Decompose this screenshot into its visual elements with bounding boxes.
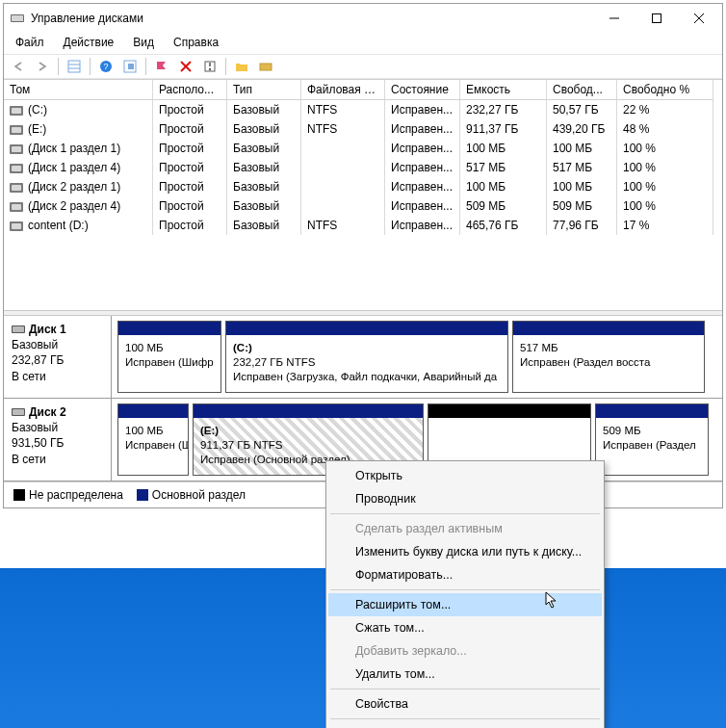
window-title: Управление дисками [31,12,593,25]
svg-rect-3 [653,14,661,23]
svg-rect-18 [260,64,272,70]
partition[interactable]: (C:)232,27 ГБ NTFSИсправен (Загрузка, Фа… [225,321,508,393]
table-row[interactable]: (E:)ПростойБазовыйNTFSИсправен...911,37 … [4,119,722,139]
col-type[interactable]: Тип [227,80,301,100]
maximize-button[interactable] [635,4,678,33]
action-flag-icon[interactable] [151,56,172,77]
ctx-extend-volume[interactable]: Расширить том... [328,593,602,616]
refresh-icon[interactable] [119,56,141,77]
menu-view[interactable]: Вид [131,35,156,50]
mouse-cursor-icon [545,591,558,609]
svg-text:?: ? [103,62,108,71]
column-headers: Том Располо... Тип Файловая с... Состоян… [4,79,722,100]
folder-icon[interactable] [231,56,252,77]
ctx-add-mirror: Добавить зеркало... [328,639,602,663]
svg-rect-12 [128,64,134,69]
menu-help[interactable]: Справка [171,35,220,50]
back-button[interactable] [8,56,29,77]
disk-icon [12,408,25,416]
table-row[interactable]: (Диск 1 раздел 1)ПростойБазовыйИсправен.… [4,139,722,158]
disk-icon [12,325,25,333]
app-icon [10,11,25,26]
toolbar: ? [4,54,722,79]
ctx-help[interactable]: Справка [328,722,602,728]
partition[interactable]: 509 МБИсправен (Раздел [595,403,709,476]
col-layout[interactable]: Располо... [153,80,227,100]
ctx-explorer[interactable]: Проводник [328,487,602,510]
menubar: Файл Действие Вид Справка [4,33,722,54]
ctx-make-active: Сделать раздел активным [328,517,602,540]
table-row[interactable]: content (D:)ПростойБазовыйNTFSИсправен..… [4,216,722,235]
table-row[interactable]: (C:)ПростойБазовыйNTFSИсправен...232,27 … [4,100,722,119]
properties-icon[interactable] [199,56,220,77]
col-pct[interactable]: Свободно % [617,80,713,100]
help-icon[interactable]: ? [95,56,117,77]
disk-1-label[interactable]: Диск 1 Базовый 232,87 ГБ В сети [4,316,112,398]
col-volume[interactable]: Том [4,80,153,100]
legend-primary: Основной раздел [137,488,246,502]
ctx-format[interactable]: Форматировать... [328,563,602,586]
view-list-icon[interactable] [64,56,85,77]
partition[interactable]: 100 МБИсправен (Ш [117,403,189,476]
col-state[interactable]: Состояние [385,80,460,100]
ctx-delete-volume[interactable]: Удалить том... [328,663,602,686]
close-button[interactable] [678,4,720,33]
titlebar[interactable]: Управление дисками [4,4,722,33]
disk-icon[interactable] [255,56,276,77]
disk-management-window: Управление дисками Файл Действие Вид Спр… [3,3,723,508]
ctx-change-letter[interactable]: Изменить букву диска или путь к диску... [328,540,602,563]
disk-graphic-pane: Диск 1 Базовый 232,87 ГБ В сети 100 МБИс… [4,316,722,481]
ctx-open[interactable]: Открыть [328,464,602,487]
legend-unallocated: Не распределена [13,488,123,502]
ctx-shrink-volume[interactable]: Сжать том... [328,616,602,639]
svg-point-16 [209,68,211,70]
disk-2-label[interactable]: Диск 2 Базовый 931,50 ГБ В сети [4,399,112,481]
table-row[interactable]: (Диск 1 раздел 4)ПростойБазовыйИсправен.… [4,158,722,177]
delete-icon[interactable] [175,56,196,77]
table-row[interactable]: (Диск 2 раздел 4)ПростойБазовыйИсправен.… [4,196,722,216]
disk-1-partitions: 100 МБИсправен (Шифр(C:)232,27 ГБ NTFSИс… [112,316,722,398]
minimize-button[interactable] [593,4,635,33]
table-row[interactable]: (Диск 2 раздел 1)ПростойБазовыйИсправен.… [4,177,722,196]
volume-list-pane: Том Располо... Тип Файловая с... Состоян… [4,79,722,310]
col-free[interactable]: Свобод... [547,80,617,100]
context-menu: Открыть Проводник Сделать раздел активны… [325,460,605,728]
menu-action[interactable]: Действие [62,35,117,50]
partition[interactable]: 100 МБИсправен (Шифр [117,321,221,393]
svg-rect-6 [68,61,80,72]
forward-button[interactable] [32,56,53,77]
menu-file[interactable]: Файл [13,35,46,50]
ctx-properties[interactable]: Свойства [328,692,602,715]
partition[interactable]: 517 МБИсправен (Раздел восста [512,321,705,393]
svg-rect-1 [12,15,23,21]
volume-rows: (C:)ПростойБазовыйNTFSИсправен...232,27 … [4,100,722,310]
disk-1-row: Диск 1 Базовый 232,87 ГБ В сети 100 МБИс… [4,316,722,399]
col-fs[interactable]: Файловая с... [301,80,385,100]
col-cap[interactable]: Емкость [460,80,547,100]
